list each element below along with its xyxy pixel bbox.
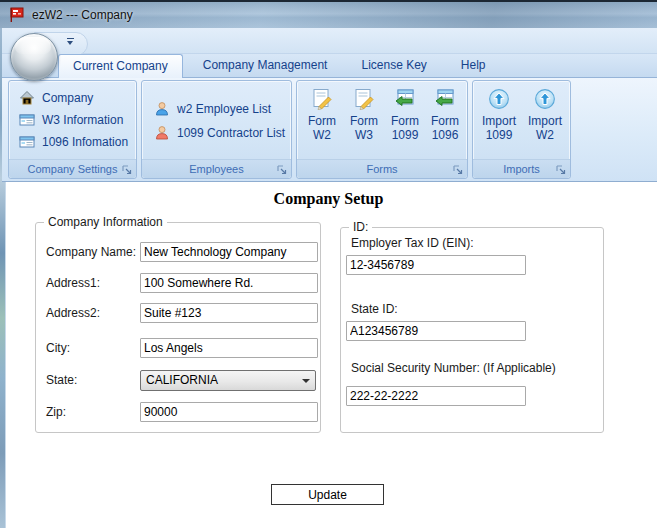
- circle-up-arrow-icon: [488, 88, 510, 110]
- table-green-arrow-icon: [394, 88, 416, 110]
- ribbon-item-label: 1096 Infomation: [42, 135, 128, 149]
- contractor-red-icon: [154, 125, 170, 141]
- ribbon-item-label-line1: Form: [350, 114, 378, 128]
- table-green-arrow-icon: [434, 88, 456, 110]
- app-flag-icon: [8, 6, 26, 24]
- ribbon-item-label-line1: Form: [391, 114, 419, 128]
- tab-help[interactable]: Help: [447, 54, 500, 77]
- employee-blue-icon: [154, 101, 170, 117]
- orb-shine: [15, 37, 51, 54]
- ribbon-item-w3-information[interactable]: W3 Information: [19, 112, 123, 128]
- ribbon-item-label-line2: 1099: [486, 128, 513, 142]
- ribbon-item-label-line2: W2: [536, 128, 554, 142]
- titlebar: ezW2 --- Company: [0, 0, 657, 28]
- state-combobox[interactable]: CALIFORNIA: [140, 370, 316, 391]
- dialog-launcher-icon[interactable]: [121, 163, 133, 175]
- ribbon-item-label-line2: W3: [355, 128, 373, 142]
- zip-input[interactable]: [140, 402, 318, 422]
- ribbon-item-import-w2[interactable]: Import W2: [523, 86, 567, 142]
- tab-license-key[interactable]: License Key: [347, 54, 440, 77]
- house-icon: [19, 90, 35, 106]
- ssn-input[interactable]: [346, 386, 526, 406]
- company-name-input[interactable]: [140, 242, 318, 262]
- ribbon-group-imports: Import 1099 Import W2 Imports: [472, 80, 571, 179]
- ein-input[interactable]: [346, 255, 526, 275]
- window-title: ezW2 --- Company: [32, 8, 133, 22]
- application-menu-button[interactable]: [10, 33, 58, 81]
- state-combobox-value: CALIFORNIA: [146, 373, 218, 387]
- ribbon-item-label: 1099 Contractor List: [177, 126, 285, 140]
- ribbon-group-forms: Form W2 Form W3: [296, 80, 468, 179]
- ribbon-item-label: w2 Employee List: [177, 102, 271, 116]
- page-title: Company Setup: [6, 190, 651, 208]
- form-table-icon: [19, 112, 35, 128]
- ribbon-item-label: Company: [42, 91, 93, 105]
- qat-dropdown-icon[interactable]: [66, 37, 75, 47]
- ssn-label: Social Security Number: (If Applicable): [351, 361, 556, 375]
- ribbon-item-label-line2: W2: [313, 128, 331, 142]
- quick-access-toolbar: [2, 28, 657, 54]
- city-label: City:: [46, 341, 70, 355]
- address2-label: Address2:: [46, 306, 100, 320]
- ribbon-tab-strip: Current Company Company Management Licen…: [2, 54, 657, 78]
- zip-label: Zip:: [46, 405, 66, 419]
- ribbon-group-caption: Forms: [297, 159, 467, 178]
- state-id-label: State ID:: [351, 302, 398, 316]
- ribbon-item-company[interactable]: Company: [19, 90, 93, 106]
- dialog-launcher-icon[interactable]: [555, 163, 567, 175]
- ribbon-group-caption: Employees: [142, 159, 291, 178]
- ribbon-item-w2-employee-list[interactable]: w2 Employee List: [154, 101, 271, 117]
- ribbon-item-label-line1: Form: [308, 114, 336, 128]
- address1-label: Address1:: [46, 276, 100, 290]
- tab-company-management[interactable]: Company Management: [189, 54, 342, 77]
- ribbon-item-label: W3 Information: [42, 113, 123, 127]
- ribbon-group-employees: w2 Employee List 1099 Contractor List Em…: [141, 80, 292, 179]
- app-window: ezW2 --- Company Current Company Company…: [0, 0, 657, 528]
- ribbon-item-label-line2: 1096: [432, 128, 459, 142]
- ribbon-item-label-line1: Import: [528, 114, 562, 128]
- combobox-arrow-icon: [297, 372, 314, 389]
- ribbon-group-caption: Imports: [473, 159, 570, 178]
- ribbon-item-form-w3[interactable]: Form W3: [343, 86, 385, 142]
- document-pencil-icon: [353, 88, 375, 110]
- dialog-launcher-icon[interactable]: [452, 163, 464, 175]
- ein-label: Employer Tax ID (EIN):: [351, 236, 473, 250]
- state-label: State:: [46, 373, 77, 387]
- id-legend: ID:: [349, 220, 372, 234]
- address2-input[interactable]: [140, 303, 318, 323]
- ribbon-item-label-line1: Form: [431, 114, 459, 128]
- form-table-icon: [19, 134, 35, 150]
- ribbon-item-label-line1: Import: [482, 114, 516, 128]
- ribbon-item-label-line2: 1099: [392, 128, 419, 142]
- company-information-legend: Company Information: [44, 215, 167, 229]
- document-pencil-icon: [311, 88, 333, 110]
- circle-up-arrow-icon: [534, 88, 556, 110]
- ribbon-group-company-settings: Company W3 Information: [8, 80, 137, 179]
- ribbon-item-form-1099[interactable]: Form 1099: [384, 86, 426, 142]
- main-content: Company Setup Company Information Compan…: [6, 182, 657, 528]
- ribbon: Company W3 Information: [2, 78, 657, 182]
- company-name-label: Company Name:: [46, 245, 136, 259]
- ribbon-group-caption: Company Settings: [9, 159, 136, 178]
- ribbon-item-1096-infomation[interactable]: 1096 Infomation: [19, 134, 128, 150]
- update-button[interactable]: Update: [271, 484, 384, 505]
- address1-input[interactable]: [140, 273, 318, 293]
- dialog-launcher-icon[interactable]: [276, 163, 288, 175]
- city-input[interactable]: [140, 338, 318, 358]
- ribbon-item-form-w2[interactable]: Form W2: [301, 86, 343, 142]
- ribbon-item-import-1099[interactable]: Import 1099: [477, 86, 521, 142]
- tab-current-company[interactable]: Current Company: [58, 54, 183, 78]
- state-id-input[interactable]: [346, 321, 526, 341]
- ribbon-item-1099-contractor-list[interactable]: 1099 Contractor List: [154, 125, 285, 141]
- ribbon-item-form-1096[interactable]: Form 1096: [424, 86, 466, 142]
